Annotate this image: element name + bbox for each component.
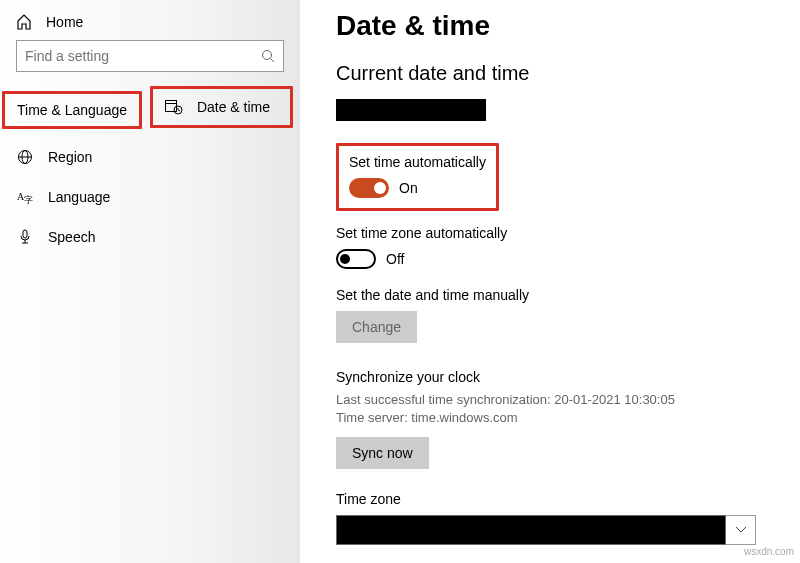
change-button[interactable]: Change <box>336 311 417 343</box>
section-subtitle: Current date and time <box>336 62 760 85</box>
set-zone-auto-value: Off <box>386 251 404 267</box>
sidebar: Home Time & Language Date & time Region <box>0 0 300 563</box>
sync-title: Synchronize your clock <box>336 369 760 385</box>
manual-label: Set the date and time manually <box>336 287 760 303</box>
svg-text:字: 字 <box>24 195 33 205</box>
calendar-clock-icon <box>165 99 183 115</box>
sidebar-item-label: Date & time <box>197 99 270 115</box>
home-nav[interactable]: Home <box>0 8 300 40</box>
chevron-down-icon <box>726 515 756 545</box>
section-title: Time & Language <box>5 94 139 126</box>
set-time-auto-highlight: Set time automatically On <box>336 143 499 211</box>
sync-last-line: Last successful time synchronization: 20… <box>336 391 760 409</box>
sidebar-item-label: Speech <box>48 229 95 245</box>
sidebar-item-speech[interactable]: Speech <box>0 217 300 257</box>
main-content: Date & time Current date and time Set ti… <box>300 0 800 563</box>
sync-now-button[interactable]: Sync now <box>336 437 429 469</box>
svg-rect-12 <box>23 230 27 238</box>
set-zone-auto-label: Set time zone automatically <box>336 225 760 241</box>
watermark: wsxdn.com <box>744 546 794 557</box>
timezone-label: Time zone <box>336 491 760 507</box>
language-icon: A字 <box>16 189 34 205</box>
page-title: Date & time <box>336 10 760 42</box>
sidebar-item-language[interactable]: A字 Language <box>0 177 300 217</box>
timezone-value-redacted <box>336 515 726 545</box>
svg-rect-2 <box>165 101 176 112</box>
home-label: Home <box>46 14 83 30</box>
search-input[interactable] <box>25 48 261 64</box>
set-zone-auto-toggle[interactable] <box>336 249 376 269</box>
microphone-icon <box>16 229 34 245</box>
home-icon <box>16 14 32 30</box>
sidebar-item-region[interactable]: Region <box>0 137 300 177</box>
set-time-auto-label: Set time automatically <box>349 154 486 170</box>
svg-point-0 <box>263 51 272 60</box>
sidebar-item-label: Language <box>48 189 110 205</box>
svg-line-6 <box>178 110 180 111</box>
search-icon <box>261 49 275 63</box>
timezone-dropdown[interactable] <box>336 515 756 545</box>
search-input-container[interactable] <box>16 40 284 72</box>
svg-line-1 <box>271 59 275 63</box>
sidebar-item-date-time[interactable]: Date & time <box>153 89 290 125</box>
nav-date-time-highlight: Date & time <box>150 86 293 128</box>
section-title-highlight: Time & Language <box>2 91 142 129</box>
globe-icon <box>16 149 34 165</box>
set-time-auto-value: On <box>399 180 418 196</box>
sidebar-item-label: Region <box>48 149 92 165</box>
current-datetime-redacted <box>336 99 486 121</box>
sync-server-line: Time server: time.windows.com <box>336 409 760 427</box>
set-time-auto-toggle[interactable] <box>349 178 389 198</box>
